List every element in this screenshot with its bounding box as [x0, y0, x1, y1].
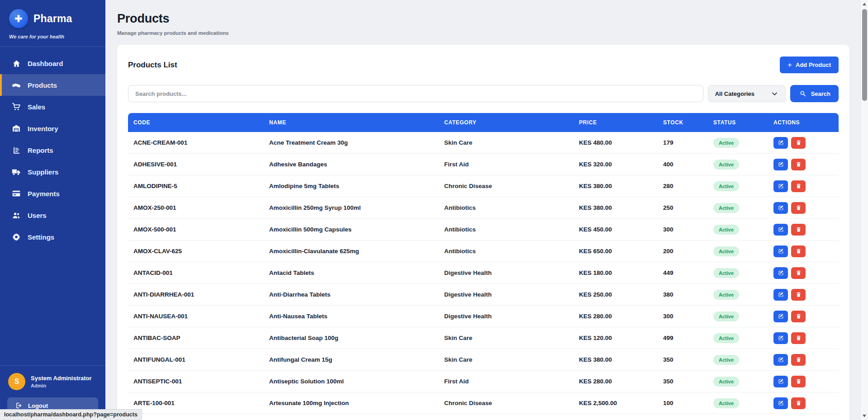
product-name: Artesunate 100mg Injection [264, 400, 439, 406]
status-badge: Active [713, 138, 739, 148]
table-row: ANTISEPTIC-001 Antiseptic Solution 100ml… [128, 371, 839, 392]
search-icon [798, 89, 807, 98]
edit-button[interactable] [773, 245, 788, 257]
home-icon [12, 59, 21, 68]
category-select[interactable]: All Categories [708, 85, 786, 102]
product-status-cell: Active [708, 225, 768, 235]
product-status-cell: Active [708, 290, 768, 300]
status-badge: Active [713, 225, 739, 235]
edit-button[interactable] [773, 397, 788, 409]
product-actions [768, 267, 839, 279]
product-stock: 499 [658, 335, 708, 341]
product-status-cell: Active [708, 398, 768, 408]
avatar: S [8, 373, 25, 390]
product-category: Digestive Health [439, 291, 574, 298]
sidebar-item-label: Users [28, 212, 47, 219]
edit-button[interactable] [773, 137, 788, 149]
delete-button[interactable] [791, 202, 806, 214]
product-name: Antibacterial Soap 100g [264, 335, 439, 341]
delete-button[interactable] [791, 245, 806, 257]
table-row: ANTI-DIARRHEA-001 Anti-Diarrhea Tablets … [128, 284, 839, 306]
cart-icon [12, 102, 21, 111]
page-subtitle: Manage pharmacy products and medications [117, 30, 849, 36]
product-status-cell: Active [708, 138, 768, 148]
product-actions [768, 397, 839, 409]
edit-button[interactable] [773, 354, 788, 366]
table-row: AMOX-250-001 Amoxicillin 250mg Syrup 100… [128, 197, 839, 219]
products-card: Products List + Add Product All Categori… [117, 45, 849, 420]
product-price: KES 380.00 [574, 356, 658, 363]
delete-button[interactable] [791, 159, 806, 170]
delete-button[interactable] [791, 311, 806, 322]
edit-button[interactable] [773, 224, 788, 236]
sidebar-item-reports[interactable]: Reports [0, 139, 105, 161]
product-name: Antiseptic Solution 100ml [264, 378, 439, 385]
status-badge: Active [713, 268, 739, 278]
product-status-cell: Active [708, 160, 768, 170]
edit-button[interactable] [773, 180, 788, 192]
product-status-cell: Active [708, 311, 768, 321]
product-stock: 350 [658, 378, 708, 385]
delete-button[interactable] [791, 354, 806, 366]
product-stock: 100 [658, 400, 708, 406]
delete-button[interactable] [791, 397, 806, 409]
delete-button[interactable] [791, 180, 806, 192]
scrollbar-thumb[interactable] [862, 9, 867, 101]
sidebar-item-sales[interactable]: Sales [0, 96, 105, 118]
category-select-value: All Categories [715, 90, 754, 97]
table-row: ADHESIVE-001 Adhesive Bandages First Aid… [128, 154, 839, 175]
delete-button[interactable] [791, 267, 806, 279]
sidebar-item-inventory[interactable]: Inventory [0, 118, 105, 139]
product-stock: 179 [658, 139, 708, 146]
search-input[interactable] [128, 85, 703, 102]
warehouse-icon [12, 124, 21, 133]
status-badge: Active [713, 160, 739, 170]
product-category: Skin Care [439, 356, 574, 363]
sidebar-item-users[interactable]: Users [0, 204, 105, 226]
delete-button[interactable] [791, 137, 806, 149]
col-header-status: STATUS [708, 119, 768, 126]
delete-button[interactable] [791, 332, 806, 344]
product-name: Amlodipine 5mg Tablets [264, 183, 439, 189]
product-code: AMOX-250-001 [128, 204, 264, 211]
edit-button[interactable] [773, 376, 788, 387]
edit-button[interactable] [773, 332, 788, 344]
delete-button[interactable] [791, 289, 806, 301]
product-name: Amoxicillin-Clavulanate 625mg [264, 248, 439, 255]
sidebar-item-payments[interactable]: Payments [0, 183, 105, 204]
add-product-button[interactable]: + Add Product [780, 57, 839, 73]
delete-button[interactable] [791, 224, 806, 236]
browser-status-bar: localhost/pharma/dashboard.php?page=prod… [0, 409, 142, 420]
sidebar-item-dashboard[interactable]: Dashboard [0, 52, 105, 74]
chevron-down-icon [770, 89, 779, 98]
product-actions [768, 159, 839, 170]
main-content: Products Manage pharmacy products and me… [105, 0, 868, 420]
sidebar-item-suppliers[interactable]: Suppliers [0, 161, 105, 183]
col-header-category: CATEGORY [439, 119, 574, 126]
sidebar-item-settings[interactable]: Settings [0, 226, 105, 248]
scroll-down-arrow-icon[interactable] [863, 415, 866, 417]
edit-button[interactable] [773, 202, 788, 214]
scrollbar[interactable] [860, 0, 868, 420]
products-table: CODE NAME CATEGORY PRICE STOCK STATUS AC… [128, 113, 839, 414]
delete-button[interactable] [791, 376, 806, 387]
scroll-up-arrow-icon[interactable] [863, 3, 866, 5]
edit-button[interactable] [773, 159, 788, 170]
edit-button[interactable] [773, 267, 788, 279]
product-stock: 300 [658, 226, 708, 233]
product-price: KES 380.00 [574, 183, 658, 189]
product-status-cell: Active [708, 246, 768, 256]
edit-button[interactable] [773, 289, 788, 301]
product-name: Amoxicillin 500mg Capsules [264, 226, 439, 233]
product-stock: 380 [658, 291, 708, 298]
pharma-logo-icon [9, 9, 28, 28]
product-stock: 280 [658, 183, 708, 189]
search-button[interactable]: Search [790, 85, 839, 102]
product-price: KES 250.00 [574, 291, 658, 298]
table-row: ANTIFUNGAL-001 Antifungal Cream 15g Skin… [128, 349, 839, 371]
sidebar-item-products[interactable]: Products [0, 74, 105, 96]
edit-button[interactable] [773, 311, 788, 322]
product-code: ANTI-DIARRHEA-001 [128, 291, 264, 298]
product-stock: 449 [658, 269, 708, 276]
status-badge: Active [713, 181, 739, 191]
